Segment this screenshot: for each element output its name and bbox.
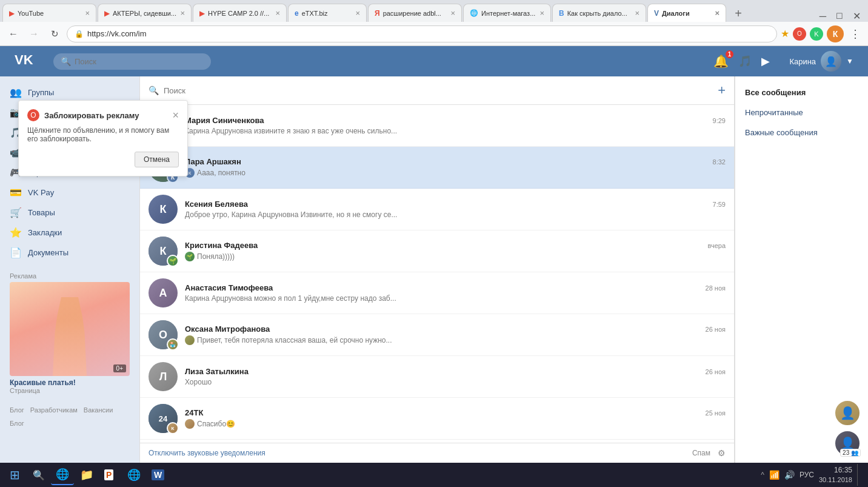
taskbar-search-button[interactable]: 🔍 bbox=[28, 464, 50, 486]
new-tab-button[interactable]: + bbox=[730, 5, 747, 22]
tab-hide-title: Как скрыть диало... bbox=[567, 10, 633, 17]
tab-hide[interactable]: B Как скрыть диало... × bbox=[552, 4, 646, 22]
tab-hype[interactable]: ▶ HYPE CAMP 2.0 //... × bbox=[193, 4, 287, 22]
window-minimize[interactable]: ─ bbox=[816, 11, 830, 22]
conversation-liza[interactable]: Л Лиза Затылкина 26 ноя Хорошо bbox=[140, 356, 734, 398]
extension-icon-1[interactable]: O bbox=[793, 27, 806, 41]
right-panel-all-messages[interactable]: Все сообщения bbox=[735, 82, 868, 102]
tab-adblock[interactable]: Я расширение adbl... × bbox=[368, 4, 462, 22]
sidebar-item-bookmarks[interactable]: ⭐ Закладки bbox=[0, 223, 139, 243]
taskbar-app-files[interactable]: 📁 bbox=[75, 465, 98, 485]
adblock-popup-title: Заблокировать рекламу bbox=[44, 111, 167, 120]
conv-content-anastasia: Анастасия Тимофеева 28 ноя Карина Арцрун… bbox=[185, 283, 726, 303]
conversation-maria[interactable]: М Мария Синиченкова 9:29 Карина Арцрунов… bbox=[140, 105, 734, 147]
conversation-24tk[interactable]: 24 К 24ТК 25 ноя Спасибо😊 bbox=[140, 398, 734, 440]
right-panel-important[interactable]: Важные сообщения bbox=[735, 123, 868, 143]
taskbar-app-powerpoint[interactable]: P bbox=[99, 465, 121, 485]
bookmark-icon[interactable]: ★ bbox=[781, 28, 789, 39]
vk-logo[interactable]: VK bbox=[15, 52, 39, 70]
tab-etxt[interactable]: e eTXT.biz × bbox=[288, 4, 367, 22]
extension-icon-2[interactable]: K bbox=[810, 27, 823, 41]
sidebar-item-goods[interactable]: 🛒 Товары bbox=[0, 203, 139, 223]
tab-etxt-title: eTXT.biz bbox=[302, 10, 353, 17]
menu-button[interactable]: ⋮ bbox=[847, 27, 863, 41]
mute-notifications-link[interactable]: Отключить звуковые уведомления bbox=[149, 449, 265, 457]
systray-language[interactable]: РУС bbox=[800, 471, 814, 479]
tab-hide-close[interactable]: × bbox=[635, 8, 639, 18]
back-button[interactable]: ← bbox=[5, 25, 22, 42]
tab-shop[interactable]: 🌐 Интернет-магаз... × bbox=[463, 4, 551, 22]
add-conversation-button[interactable]: + bbox=[718, 82, 726, 98]
tab-dialogs[interactable]: V Диалоги × bbox=[647, 4, 726, 22]
chrome2-icon: 🌐 bbox=[127, 468, 141, 482]
floating-avatar-1[interactable]: 👤 bbox=[834, 400, 861, 426]
tab-actors-close[interactable]: × bbox=[180, 8, 185, 18]
window-close[interactable]: ✕ bbox=[849, 10, 864, 22]
tab-shop-close[interactable]: × bbox=[539, 8, 544, 18]
systray-sound[interactable]: 🔊 bbox=[784, 470, 795, 480]
footer-link-blog[interactable]: Блог bbox=[10, 406, 24, 414]
adblock-popup-close[interactable]: × bbox=[172, 110, 179, 121]
adblock-popup-cancel-button[interactable]: Отмена bbox=[135, 152, 179, 167]
conversation-lara[interactable]: 🌿 К Лара Аршакян 8:32 К Аааа, понятно bbox=[140, 147, 734, 189]
play-icon[interactable]: ▶ bbox=[761, 55, 770, 68]
right-panel-unread[interactable]: Непрочитанные bbox=[735, 102, 868, 123]
address-input[interactable] bbox=[87, 29, 769, 38]
settings-icon[interactable]: ⚙ bbox=[718, 448, 726, 458]
conv-time-kristina: вчера bbox=[708, 242, 726, 249]
conversation-anastasia[interactable]: А Анастасия Тимофеева 28 ноя Карина Арцр… bbox=[140, 272, 734, 314]
conv-time-maria: 9:29 bbox=[713, 117, 726, 124]
floating-count-badge: 23 👥 bbox=[840, 449, 861, 457]
tab-adblock-close[interactable]: × bbox=[450, 8, 455, 18]
music-icon[interactable]: 🎵 bbox=[738, 55, 752, 68]
conversation-oksana[interactable]: О 🏪 Оксана Митрофанова 26 ноя Привет, те… bbox=[140, 314, 734, 356]
footer-link-dev[interactable]: Разработчикам bbox=[30, 406, 78, 414]
window-maximize[interactable]: ☐ bbox=[832, 12, 847, 21]
sidebar-item-docs[interactable]: 📄 Документы bbox=[0, 243, 139, 263]
user-profile-btn[interactable]: К bbox=[827, 25, 844, 42]
floating-avatar-2[interactable]: 👤 23 👥 bbox=[834, 430, 861, 457]
taskbar-app-chrome[interactable]: 🌐 bbox=[51, 465, 74, 485]
sidebar-item-vkpay[interactable]: 💳 VK Pay bbox=[0, 183, 139, 203]
taskbar-date: 30.11.2018 bbox=[819, 475, 852, 484]
tab-dialogs-close[interactable]: × bbox=[715, 8, 719, 18]
systray-expand[interactable]: ^ bbox=[761, 471, 764, 479]
tab-youtube-close[interactable]: × bbox=[85, 8, 90, 18]
start-button[interactable]: ⊞ bbox=[2, 464, 27, 486]
user-nav[interactable]: Карина 👤 ▼ bbox=[789, 51, 853, 72]
footer-link-blog2[interactable]: Блог bbox=[10, 420, 24, 427]
systray-network[interactable]: 📶 bbox=[769, 470, 780, 480]
tab-hype-close[interactable]: × bbox=[275, 8, 280, 18]
messages-search-input[interactable] bbox=[164, 86, 713, 95]
user-dropdown-icon[interactable]: ▼ bbox=[846, 57, 853, 65]
forward-button[interactable]: → bbox=[25, 25, 42, 42]
hype-favicon: ▶ bbox=[199, 9, 205, 18]
conversation-ksenia[interactable]: К Ксения Беляева 7:59 Доброе утро, Карин… bbox=[140, 189, 734, 230]
taskbar: ⊞ 🔍 🌐 📁 P 🌐 W ^ 📶 🔊 РУС 16:35 30.11.2018 bbox=[0, 463, 868, 487]
taskbar-clock[interactable]: 16:35 30.11.2018 bbox=[819, 466, 852, 484]
footer-link-jobs[interactable]: Вакансии bbox=[84, 406, 113, 414]
ad-count-badge: 0+ bbox=[113, 364, 126, 372]
tab-youtube[interactable]: ▶ YouTube × bbox=[2, 4, 96, 22]
tab-actors[interactable]: ▶ АКТЕРЫ, сидевши... × bbox=[98, 4, 192, 22]
sidebar-ad-image[interactable]: 0+ bbox=[10, 282, 130, 376]
avatar-liza: Л bbox=[149, 362, 178, 391]
taskbar-show-desktop[interactable] bbox=[857, 464, 861, 486]
tab-etxt-close[interactable]: × bbox=[355, 8, 360, 18]
reload-button[interactable]: ↻ bbox=[46, 25, 63, 42]
user-avatar[interactable]: 👤 bbox=[821, 51, 841, 72]
sidebar-ad-name[interactable]: Красивые платья! bbox=[10, 378, 130, 387]
spam-link[interactable]: Спам bbox=[692, 449, 710, 457]
adblock-popup-text: Щёлкните по объявлению, и я помогу вам е… bbox=[27, 126, 179, 143]
conv-time-24tk: 25 ноя bbox=[706, 409, 726, 417]
user-name: Карина bbox=[789, 57, 816, 66]
vk-search-bar[interactable]: 🔍 bbox=[53, 53, 211, 70]
taskbar-app-word[interactable]: W bbox=[147, 465, 169, 485]
conversation-kristina[interactable]: К 🌱 Кристина Фадеева вчера 🌱 Поняла))))) bbox=[140, 230, 734, 272]
notification-bell[interactable]: 🔔 1 bbox=[713, 54, 729, 69]
vk-search-input[interactable] bbox=[75, 53, 204, 70]
taskbar-app-chrome2[interactable]: 🌐 bbox=[122, 465, 145, 485]
taskbar-time: 16:35 bbox=[819, 466, 852, 475]
conv-name-oksana: Оксана Митрофанова bbox=[185, 324, 270, 334]
conv-content-ksenia: Ксения Беляева 7:59 Доброе утро, Карина … bbox=[185, 200, 726, 219]
